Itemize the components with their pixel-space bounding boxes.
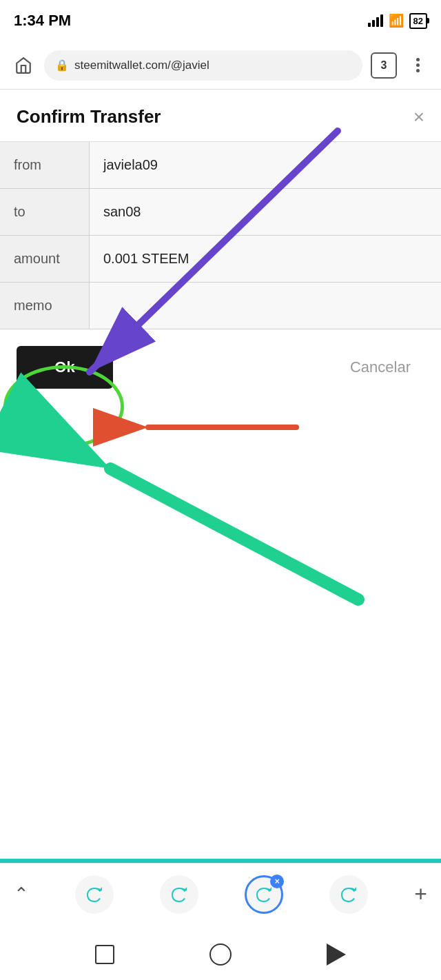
from-row: from javiela09 (0, 142, 441, 189)
to-row: to san08 (0, 189, 441, 236)
memo-label: memo (0, 283, 90, 329)
nav-tab-4[interactable] (329, 875, 368, 914)
home-icon[interactable] (11, 53, 36, 78)
status-bar: 1:34 PM 📶 82 (0, 0, 441, 41)
confirm-transfer-dialog: Confirm Transfer × from javiela09 to san… (0, 90, 441, 405)
memo-value (90, 283, 441, 329)
wifi-icon: 📶 (389, 13, 404, 28)
bottom-navigation: ⌃ × + (0, 863, 441, 925)
close-button[interactable]: × (413, 108, 424, 127)
android-nav-bar (0, 928, 441, 980)
signal-icon (368, 14, 383, 27)
back-nav-arrow[interactable]: ⌃ (14, 884, 29, 905)
amount-value: 0.001 STEEM (90, 236, 441, 282)
url-text: steemitwallet.com/@javiel (74, 59, 351, 72)
android-home-button[interactable] (209, 943, 232, 966)
dialog-header: Confirm Transfer × (0, 90, 441, 142)
from-label: from (0, 142, 90, 188)
active-tab-badge: × (270, 875, 284, 888)
dialog-title: Confirm Transfer (17, 106, 161, 127)
battery-indicator: 82 (409, 13, 427, 29)
nav-tab-2[interactable] (160, 875, 198, 914)
android-back-button[interactable] (327, 943, 346, 966)
browser-bar: 🔒 steemitwallet.com/@javiel 3 (0, 41, 441, 90)
to-value: san08 (90, 189, 441, 235)
cancel-button[interactable]: Cancelar (336, 346, 424, 389)
ok-button[interactable]: Ok (17, 346, 113, 389)
svg-line-5 (110, 469, 358, 600)
android-square-button[interactable] (95, 945, 114, 964)
nav-plus-button[interactable]: + (414, 881, 427, 907)
nav-tab-1[interactable] (75, 875, 114, 914)
more-options-icon[interactable] (405, 53, 430, 78)
tab-count-button[interactable]: 3 (371, 52, 397, 79)
amount-label: amount (0, 236, 90, 282)
status-icons: 📶 82 (368, 13, 427, 29)
memo-row: memo (0, 283, 441, 329)
amount-row: amount 0.001 STEEM (0, 236, 441, 283)
to-label: to (0, 189, 90, 235)
url-bar[interactable]: 🔒 steemitwallet.com/@javiel (44, 50, 362, 81)
from-value: javiela09 (90, 142, 441, 188)
nav-tab-3-active[interactable]: × (245, 875, 283, 914)
action-buttons: Ok Cancelar (0, 329, 441, 405)
lock-icon: 🔒 (55, 59, 69, 72)
status-time: 1:34 PM (14, 12, 71, 30)
transfer-form: from javiela09 to san08 amount 0.001 STE… (0, 142, 441, 329)
